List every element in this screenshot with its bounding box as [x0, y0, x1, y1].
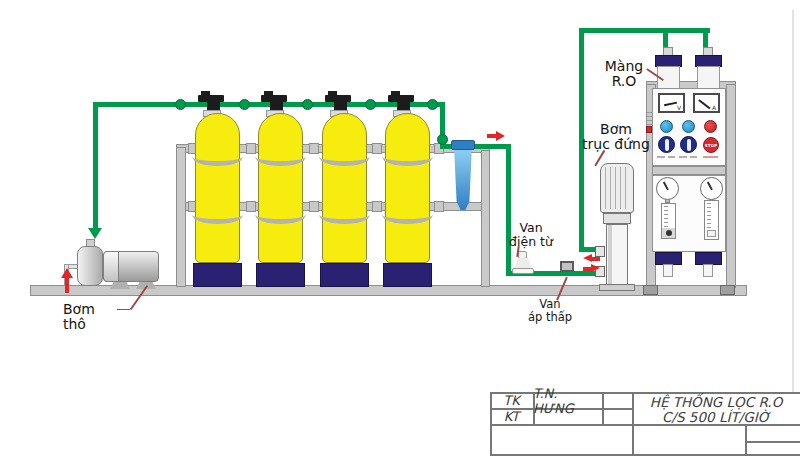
tank-strap	[382, 147, 433, 166]
voltmeter: V	[658, 93, 685, 113]
flow-meter	[661, 203, 676, 239]
flow-meter-float	[707, 230, 716, 237]
gauge-needle	[663, 182, 669, 191]
tank-strap	[319, 205, 370, 224]
cartridge-filter-body	[453, 150, 473, 210]
selector-knob	[665, 139, 669, 151]
low-pressure-switch-icon	[560, 261, 574, 272]
gauge-needle	[707, 182, 713, 191]
pipe-mid-drop	[506, 144, 511, 276]
tank-base	[256, 263, 305, 287]
ammeter-needle	[699, 99, 711, 109]
voltmeter-unit: V	[677, 104, 681, 111]
stop-button: STOP	[703, 137, 719, 153]
cabinet-right-post	[726, 84, 736, 288]
inlet-arrow-up-icon	[65, 277, 69, 293]
selector-switch	[680, 136, 697, 153]
flow-arrow-left-icon	[591, 257, 600, 261]
vpump-base	[599, 284, 635, 291]
label-van-ap-thap: Van áp thấp	[524, 298, 576, 324]
tank-base	[383, 263, 432, 287]
project-title-line2: C/S 500 LÍT/GIỜ	[632, 409, 800, 424]
ammeter: A	[693, 93, 720, 113]
pipe-fitting	[175, 99, 186, 110]
label-bom-truc-dung: Bơm trục đứng	[582, 122, 650, 152]
tank-strap	[255, 205, 306, 224]
flow-arrow-right-icon	[496, 131, 505, 141]
voltmeter-needle	[664, 102, 677, 106]
media-tank	[383, 88, 432, 288]
stop-button-label: STOP	[705, 143, 718, 148]
label-mang-ro: Màng R.O	[594, 59, 654, 89]
cabinet-foot	[643, 285, 658, 295]
switch-sublabel-mark	[679, 156, 687, 158]
rail-bolt-plate	[434, 201, 444, 212]
label-bom-tho: Bơm thô	[63, 302, 119, 332]
flow-meter-float	[666, 230, 672, 236]
rail-bolt-plate	[372, 201, 382, 212]
cabinet-mid-rail	[652, 166, 726, 175]
pressure-gauge	[656, 177, 679, 200]
project-title-line1: HỆ THỐNG LỌC R.O	[632, 394, 800, 409]
pressure-gauge	[700, 177, 723, 200]
vpump-column	[606, 224, 628, 285]
tank-base	[193, 263, 242, 287]
tank-body	[385, 113, 430, 263]
tank-strap	[255, 147, 306, 166]
drawing-border-line	[792, 10, 794, 392]
tank-strap	[382, 205, 433, 224]
rail-bolt-plate	[309, 143, 319, 154]
vpump-adapter	[603, 213, 631, 224]
pipe-membrane-header	[579, 28, 710, 33]
label-van-dien-tu: Van điện từ	[503, 221, 559, 249]
selector-switch	[658, 136, 675, 153]
rail-bolt-plate	[372, 143, 382, 154]
indicator-light-blue	[682, 120, 695, 133]
flow-meter-scale	[707, 203, 711, 233]
pipe-elbow-fitting	[437, 134, 448, 145]
media-tank	[320, 88, 369, 288]
raw-pump-end-cap	[103, 251, 119, 282]
vpump-motor	[600, 163, 634, 213]
tank-body	[195, 113, 240, 263]
title-block-row-value	[533, 409, 602, 424]
rack-left-post	[176, 147, 186, 287]
tank-strap	[319, 147, 370, 166]
media-tank	[256, 88, 305, 288]
rail-bolt-plate	[309, 201, 319, 212]
switch-sublabel-mark	[668, 156, 675, 158]
pipe-left-riser	[93, 104, 98, 230]
rack-right-post	[481, 150, 490, 287]
ammeter-unit: A	[712, 104, 716, 111]
membrane-stem	[703, 264, 713, 277]
title-block-row-label: KT	[490, 409, 533, 424]
vpump-column-shade	[608, 225, 612, 284]
flow-meter	[704, 200, 719, 240]
accumulator-tank	[77, 246, 103, 286]
indicator-light-red	[704, 120, 717, 133]
switch-sublabel-mark	[690, 156, 697, 158]
tank-body	[258, 113, 303, 263]
media-tank	[193, 88, 242, 288]
tank-strap	[192, 205, 243, 224]
tank-base	[320, 263, 369, 287]
vpump-port	[595, 246, 605, 257]
title-block-row-label: TK	[490, 393, 533, 408]
solenoid-valve-icon	[518, 251, 527, 259]
title-block-row-value: T.N. HƯNG	[533, 393, 602, 408]
solenoid-valve-icon	[512, 268, 534, 274]
tank-body	[322, 113, 367, 263]
cabinet-foot	[720, 285, 735, 295]
flow-arrow-down-icon	[88, 228, 102, 239]
flow-arrow-right-icon	[487, 134, 496, 138]
indicator-light-blue	[660, 120, 673, 133]
flow-arrow-right-icon	[591, 264, 600, 272]
stop-sublabel-mark	[703, 156, 718, 158]
leader-bom-tho	[117, 309, 130, 311]
flow-meter-scale	[664, 206, 668, 230]
ro-system-diagram: V A STOP Màng R.O Bơm tr	[0, 0, 800, 462]
selector-knob	[687, 139, 691, 151]
motor-fins	[605, 167, 629, 209]
cartridge-filter-head	[451, 140, 475, 150]
switch-sublabel-mark	[657, 156, 665, 158]
